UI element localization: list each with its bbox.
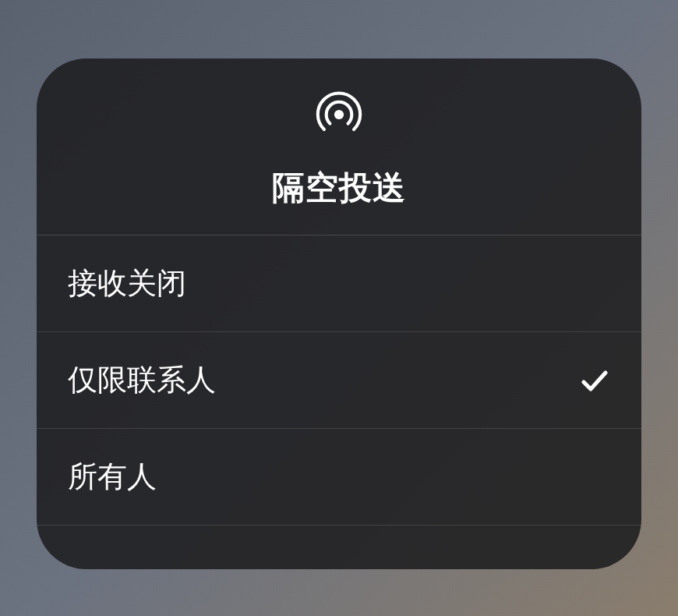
panel-title: 隔空投送 (272, 166, 406, 210)
panel-header: 隔空投送 (37, 58, 641, 235)
checkmark-icon (579, 365, 610, 396)
option-receiving-off[interactable]: 接收关闭 (37, 235, 641, 332)
option-contacts-only[interactable]: 仅限联系人 (37, 332, 641, 429)
option-label: 接收关闭 (68, 264, 186, 303)
option-label: 所有人 (68, 457, 157, 497)
option-label: 仅限联系人 (68, 360, 216, 400)
airdrop-settings-panel: 隔空投送 接收关闭 仅限联系人 所有人 (37, 58, 641, 569)
option-list: 接收关闭 仅限联系人 所有人 (37, 235, 641, 569)
svg-point-0 (334, 110, 344, 119)
airdrop-icon (313, 88, 365, 144)
option-everyone[interactable]: 所有人 (37, 429, 641, 526)
